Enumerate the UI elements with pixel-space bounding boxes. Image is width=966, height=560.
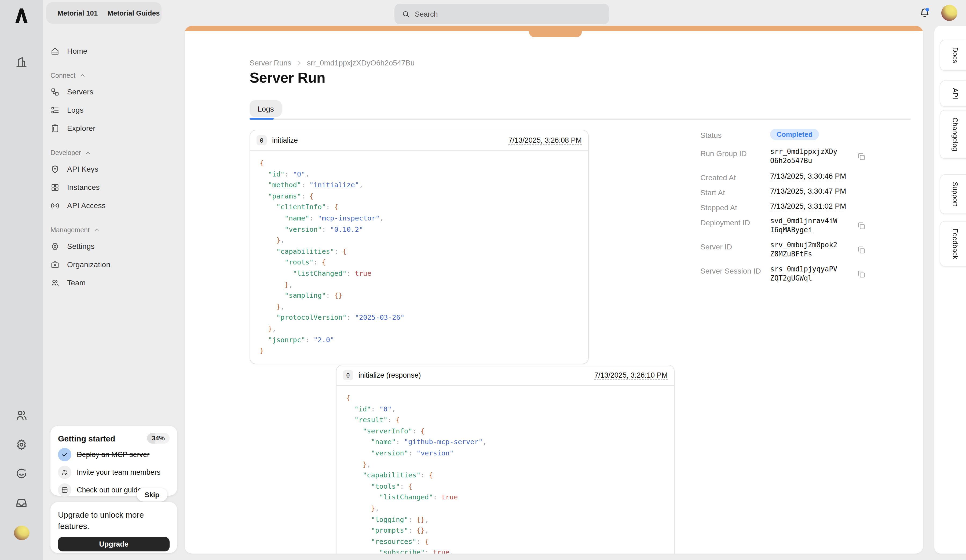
users-icon[interactable] <box>15 409 28 422</box>
sidebar-item-label: Instances <box>67 183 100 192</box>
check-icon <box>58 448 71 461</box>
task-label: Check out our guides <box>77 486 145 494</box>
chevron-up-icon <box>85 150 91 156</box>
search-input[interactable]: Search <box>394 4 609 24</box>
sidebar-section-label: Management <box>51 226 90 234</box>
upgrade-card: Upgrade to unlock more features. Upgrade <box>51 502 177 553</box>
log-card: 0initialize7/13/2025, 3:26:08 PM{ "id": … <box>250 130 589 364</box>
inbox-icon[interactable] <box>15 497 28 509</box>
sidebar-item-label: Explorer <box>67 124 95 133</box>
detail-row-server-id: Server IDsrv_0mbuj2m8pok2Z8MZuBFtFs <box>700 241 877 259</box>
org-breadcrumb[interactable]: Metorial 101 Metorial Guides <box>46 2 161 24</box>
sidebar-section-label: Developer <box>51 149 81 157</box>
trial-banner-tab[interactable] <box>529 31 582 37</box>
detail-label: Stopped At <box>700 202 770 213</box>
breadcrumb-server-runs[interactable]: Server Runs <box>250 59 291 67</box>
dock-tab-docs[interactable]: Docs <box>940 40 966 70</box>
log-card-header: 0initialize (response)7/13/2025, 3:26:10… <box>337 365 674 386</box>
servers-icon <box>51 87 59 96</box>
copy-icon[interactable] <box>857 270 866 278</box>
sidebar-item-label: Settings <box>67 242 95 251</box>
getting-started-card: Getting started 34% Deploy an MCP server… <box>51 426 177 496</box>
notification-bell-icon[interactable] <box>919 7 931 19</box>
app-root: HomeConnectServersLogsExplorerDeveloperA… <box>0 0 966 560</box>
sidebar-item-label: API Access <box>67 201 106 210</box>
copy-icon[interactable] <box>857 152 866 160</box>
log-card-header: 0initialize7/13/2025, 3:26:08 PM <box>250 130 588 151</box>
metorial-logo-icon[interactable] <box>13 8 30 29</box>
sidebar-item-instances[interactable]: Instances <box>43 178 185 196</box>
tab-active-indicator <box>250 118 274 120</box>
chevron-up-icon <box>79 72 85 79</box>
task-deploy-an-mcp-server[interactable]: Deploy an MCP server <box>58 448 169 461</box>
dock-tab-support[interactable]: Support <box>940 174 966 214</box>
sidebar-item-label: API Keys <box>67 165 99 173</box>
search-icon <box>402 10 410 18</box>
instances-icon <box>51 183 59 192</box>
sidebar-item-settings[interactable]: Settings <box>43 237 185 255</box>
dock-tab-api[interactable]: API <box>940 80 966 107</box>
copy-icon[interactable] <box>857 221 866 230</box>
detail-label: Run Group ID <box>700 147 770 158</box>
detail-row-deployment-id: Deployment IDsvd_0md1jnrav4iWI6qMABygei <box>700 217 877 234</box>
detail-id-value: srr_0md1ppxjzXDyO6h2o547Bu <box>770 147 841 165</box>
main-panel: Server Runs srr_0md1ppxjzXDyO6h2o547Bu S… <box>185 26 923 553</box>
detail-label: Server ID <box>700 241 770 252</box>
log-timestamp[interactable]: 7/13/2025, 3:26:10 PM <box>594 371 668 380</box>
project-name[interactable]: Metorial Guides <box>107 9 159 17</box>
sidebar-item-label: Team <box>67 278 85 287</box>
detail-label: Deployment ID <box>700 217 770 228</box>
task-label: Deploy an MCP server <box>77 450 150 458</box>
tab-logs[interactable]: Logs <box>250 100 282 117</box>
copy-icon[interactable] <box>857 246 866 254</box>
chat-sparkle-icon[interactable] <box>15 467 28 480</box>
detail-row-server-session-id: Server Session IDsrs_0md1pjyqyaPVZQT2gUG… <box>700 265 877 283</box>
skip-button[interactable]: Skip <box>136 488 168 501</box>
sidebar-item-api-access[interactable]: API Access <box>43 196 185 215</box>
sidebar-section-connect[interactable]: Connect <box>51 72 185 79</box>
breadcrumb-run-id: srr_0md1ppxjzXDyO6h2o547Bu <box>307 59 415 67</box>
task-label: Invite your team members <box>77 468 161 476</box>
detail-time-value[interactable]: 7/13/2025, 3:30:47 PM <box>770 187 846 196</box>
detail-id-value: svd_0md1jnrav4iWI6qMABygei <box>770 217 841 234</box>
page-title: Server Run <box>250 70 325 86</box>
detail-time-value[interactable]: 7/13/2025, 3:30:46 PM <box>770 172 846 181</box>
team-icon <box>51 278 59 287</box>
team-icon <box>58 466 71 479</box>
sidebar-item-explorer[interactable]: Explorer <box>43 119 185 137</box>
progress-badge: 34% <box>147 433 169 444</box>
detail-row-created-at: Created At7/13/2025, 3:30:46 PM <box>700 172 877 182</box>
upgrade-button[interactable]: Upgrade <box>58 537 169 552</box>
detail-label: Server Session ID <box>700 265 770 276</box>
breadcrumb: Server Runs srr_0md1ppxjzXDyO6h2o547Bu <box>250 59 415 67</box>
api-access-icon <box>51 201 59 210</box>
org-name[interactable]: Metorial 101 <box>58 9 98 17</box>
sidebar-section-developer[interactable]: Developer <box>51 149 185 157</box>
getting-started-title: Getting started <box>58 434 115 443</box>
sidebar-item-servers[interactable]: Servers <box>43 83 185 101</box>
sidebar-item-home[interactable]: Home <box>43 42 185 60</box>
tab-divider <box>250 118 911 120</box>
detail-time-value[interactable]: 7/13/2025, 3:31:02 PM <box>770 202 846 211</box>
user-avatar[interactable] <box>941 5 958 21</box>
log-index-badge: 0 <box>256 135 267 146</box>
rail-user-avatar[interactable] <box>14 526 30 540</box>
log-json-body: { "id": "0", "result": { "serverInfo": {… <box>337 386 674 553</box>
log-index-badge: 0 <box>343 370 353 380</box>
organization-icon <box>51 260 59 269</box>
sidebar-item-organization[interactable]: Organization <box>43 255 185 273</box>
sidebar-item-logs[interactable]: Logs <box>43 101 185 119</box>
task-invite-your-team-members[interactable]: Invite your team members <box>58 466 169 479</box>
log-timestamp[interactable]: 7/13/2025, 3:26:08 PM <box>508 136 582 144</box>
sidebar-section-management[interactable]: Management <box>51 226 185 234</box>
log-card: 0initialize (response)7/13/2025, 3:26:10… <box>336 365 675 553</box>
dock-tab-feedback[interactable]: Feedback <box>940 221 966 267</box>
sidebar-item-team[interactable]: Team <box>43 273 185 292</box>
sidebar-item-api-keys[interactable]: API Keys <box>43 160 185 178</box>
building-icon[interactable] <box>15 55 28 68</box>
dock-tab-changelog[interactable]: Changelog <box>940 110 966 159</box>
detail-id-value: srs_0md1pjyqyaPVZQT2gUGWql <box>770 265 841 283</box>
logs-icon <box>51 105 59 115</box>
settings-icon <box>51 242 59 251</box>
gear-icon[interactable] <box>15 438 28 451</box>
